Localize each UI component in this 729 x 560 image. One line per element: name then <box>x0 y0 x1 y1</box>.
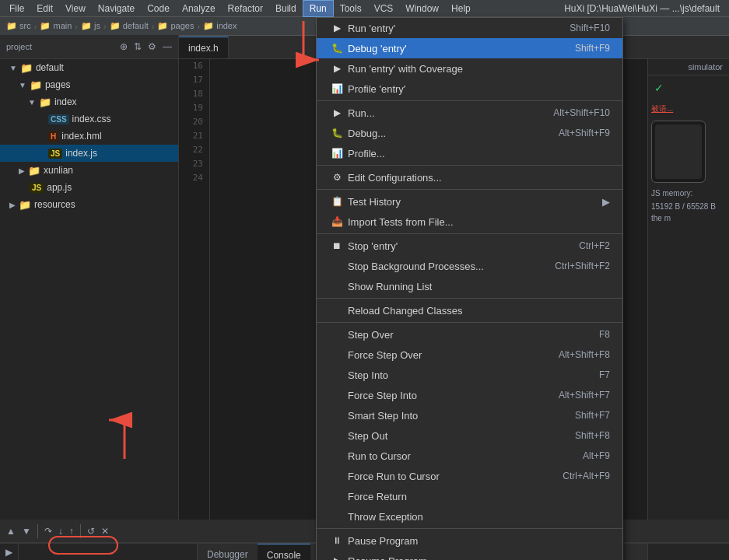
window-title: HuXi [D:\HuaWei\HuXi — ...\js\default <box>564 3 726 14</box>
dropdown-step-out[interactable]: Step Out Shift+F8 <box>317 425 622 446</box>
dropdown-debug[interactable]: 🐛 Debug... Alt+Shift+F9 <box>317 123 622 143</box>
menu-build[interactable]: Build <box>269 0 303 17</box>
run-shortcut: Alt+Shift+F10 <box>553 107 610 118</box>
step-into-shortcut: F7 <box>599 369 610 380</box>
tab-console[interactable]: Console <box>258 544 310 560</box>
dropdown-test-history[interactable]: 📋 Test History ▶ <box>317 191 622 212</box>
tree-label-index: index <box>54 96 77 107</box>
breadcrumb-js[interactable]: 📁 js <box>81 21 100 31</box>
sep2 <box>317 165 622 166</box>
tree-item-index[interactable]: ▼ 📁 index <box>0 93 178 110</box>
tree-label-resources: resources <box>34 199 75 210</box>
menu-window[interactable]: Window <box>399 0 445 17</box>
breadcrumb-index[interactable]: 📁 index <box>203 21 237 31</box>
dropdown-force-step-over[interactable]: Force Step Over Alt+Shift+F8 <box>317 345 622 365</box>
dropdown-import-tests[interactable]: 📥 Import Tests from File... <box>317 212 622 232</box>
edit-config-icon: ⚙ <box>329 172 345 183</box>
dropdown-throw-exception[interactable]: Throw Exception <box>317 506 622 527</box>
run-icon: ▶ <box>329 107 345 118</box>
pause-program-icon: ⏸ <box>329 535 345 546</box>
dropdown-force-step-into[interactable]: Force Step Into Alt+Shift+F7 <box>317 385 622 405</box>
dropdown-stop-entry-label: Stop 'entry' <box>348 240 398 252</box>
toolbar-step-out-icon[interactable]: ↑ <box>69 526 74 537</box>
menu-code[interactable]: Code <box>141 0 176 17</box>
line-numbers: 16 17 18 19 20 21 22 23 24 <box>179 59 210 520</box>
sync-icon[interactable]: ⇅ <box>134 41 142 52</box>
dropdown-stop-entry[interactable]: ⏹ Stop 'entry' Ctrl+F2 <box>317 236 622 256</box>
tab-index-h[interactable]: index.h <box>179 37 229 58</box>
sep3 <box>317 189 622 190</box>
dropdown-show-running-label: Show Running List <box>348 281 432 292</box>
menu-navigate[interactable]: Navigate <box>92 0 141 17</box>
folder-icon-default: 📁 <box>20 62 33 74</box>
console-right-panel <box>647 544 729 560</box>
tree-item-resources[interactable]: ▶ 📁 resources <box>0 196 178 213</box>
breadcrumb-main[interactable]: 📁 main <box>40 21 72 31</box>
dropdown-smart-step-into[interactable]: Smart Step Into Shift+F7 <box>317 405 622 425</box>
sep4 <box>317 233 622 234</box>
dropdown-edit-config[interactable]: ⚙ Edit Configurations... <box>317 167 622 187</box>
dropdown-run-entry[interactable]: ▶ Run 'entry' Shift+F10 <box>317 18 622 38</box>
breadcrumb-src[interactable]: 📁 src <box>6 21 31 31</box>
toolbar-up-icon[interactable]: ▲ <box>6 526 16 537</box>
dropdown-stop-background[interactable]: Stop Background Processes... Ctrl+Shift+… <box>317 256 622 276</box>
dropdown-profile-entry[interactable]: 📊 Profile 'entry' <box>317 79 622 99</box>
toolbar-restart-icon[interactable]: ↺ <box>87 526 95 537</box>
dropdown-stop-background-label: Stop Background Processes... <box>348 261 484 272</box>
dropdown-profile-entry-label: Profile 'entry' <box>348 83 405 95</box>
tab-debugger[interactable]: Debugger <box>198 544 258 560</box>
menu-vcs[interactable]: VCS <box>368 0 400 17</box>
breadcrumb-default[interactable]: 📁 default <box>110 21 149 31</box>
dropdown-pause-program[interactable]: ⏸ Pause Program <box>317 530 622 551</box>
menu-analyze[interactable]: Analyze <box>176 0 222 17</box>
dropdown-reload-classes[interactable]: Reload Changed Classes <box>317 300 622 320</box>
add-icon[interactable]: ⊕ <box>120 41 128 52</box>
menu-refactor[interactable]: Refactor <box>222 0 269 17</box>
dropdown-run-coverage[interactable]: ▶ Run 'entry' with Coverage <box>317 58 622 79</box>
dropdown-profile[interactable]: 📊 Profile... <box>317 143 622 163</box>
run-dropdown-menu: ▶ Run 'entry' Shift+F10 🐛 Debug 'entry' … <box>316 17 623 560</box>
settings-icon[interactable]: ⚙ <box>148 41 156 52</box>
toolbar-down-icon[interactable]: ▼ <box>22 526 31 537</box>
dropdown-run[interactable]: ▶ Run... Alt+Shift+F10 <box>317 103 622 123</box>
menu-edit[interactable]: Edit <box>30 0 59 17</box>
breadcrumb-pages[interactable]: 📁 pages <box>157 21 194 31</box>
dropdown-show-running[interactable]: Show Running List <box>317 276 622 296</box>
dropdown-debug-entry[interactable]: 🐛 Debug 'entry' Shift+F9 <box>317 38 622 58</box>
tree-item-app-js[interactable]: JS app.js <box>0 179 178 196</box>
menu-help[interactable]: Help <box>445 0 477 17</box>
tree-item-default[interactable]: ▼ 📁 default <box>0 59 178 76</box>
collapse-icon[interactable]: — <box>163 41 172 52</box>
js-file-icon: JS <box>48 149 62 159</box>
folder-icon-xunlian: 📁 <box>28 165 40 177</box>
toolbar-step-over-icon[interactable]: ↷ <box>44 526 52 537</box>
profile-entry-icon: 📊 <box>329 83 345 94</box>
console-strip-icon1[interactable]: ▶ <box>5 547 12 558</box>
dropdown-step-into-label: Step Into <box>348 369 388 381</box>
tree-item-index-js[interactable]: JS index.js <box>0 145 178 162</box>
folder-icon-pages: 📁 <box>30 79 42 91</box>
menu-tools[interactable]: Tools <box>334 0 368 17</box>
menu-file[interactable]: File <box>3 0 30 17</box>
toolbar-stop-icon[interactable]: ✕ <box>101 526 109 537</box>
dropdown-force-return[interactable]: Force Return <box>317 486 622 506</box>
dropdown-run-to-cursor[interactable]: Run to Cursor Alt+F9 <box>317 446 622 466</box>
dropdown-step-over[interactable]: Step Over F8 <box>317 324 622 345</box>
toolbar-step-in-icon[interactable]: ↓ <box>58 526 63 537</box>
css-file-icon: CSS <box>48 114 69 124</box>
dropdown-resume-program[interactable]: ▶ Resume Program <box>317 551 622 560</box>
sep6 <box>317 322 622 323</box>
dropdown-force-run-to-cursor[interactable]: Force Run to Cursor Ctrl+Alt+F9 <box>317 466 622 486</box>
menu-run[interactable]: Run <box>303 0 334 17</box>
tree-item-index-hml[interactable]: H index.hml <box>0 128 178 145</box>
folder-icon-resources: 📁 <box>19 199 31 211</box>
tree-item-xunlian[interactable]: ▶ 📁 xunlian <box>0 162 178 179</box>
dropdown-edit-config-label: Edit Configurations... <box>348 172 442 184</box>
tree-item-pages[interactable]: ▼ 📁 pages <box>0 76 178 93</box>
dropdown-step-over-label: Step Over <box>348 329 394 341</box>
tree-item-index-css[interactable]: CSS index.css <box>0 110 178 128</box>
dropdown-step-into[interactable]: Step Into F7 <box>317 365 622 385</box>
run-to-cursor-shortcut: Alt+F9 <box>583 450 610 461</box>
menu-view[interactable]: View <box>59 0 92 17</box>
expand-arrow-index: ▼ <box>28 98 36 107</box>
